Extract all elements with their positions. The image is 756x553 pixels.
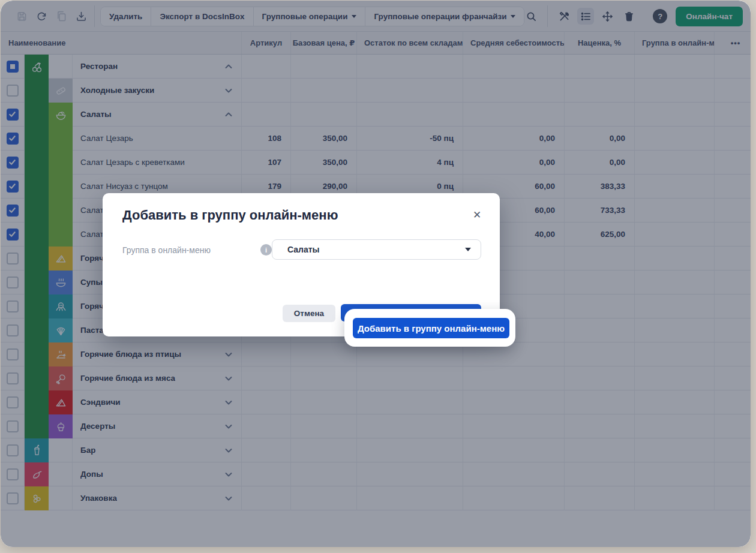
cancel-button[interactable]: Отмена: [283, 305, 335, 322]
spotlight-submit-button[interactable]: Добавить в группу онлайн-меню: [353, 318, 509, 338]
select-value: Салаты: [287, 245, 465, 254]
group-field-label: Группа в онлайн-меню: [122, 245, 211, 255]
app-window: УдалитьЭкспорт в DocsInBoxГрупповые опер…: [1, 1, 751, 547]
dialog-title: Добавить в группу онлайн-меню: [122, 208, 338, 223]
close-icon[interactable]: ✕: [471, 209, 483, 221]
chevron-down-icon: [465, 248, 471, 251]
online-menu-group-select[interactable]: Салаты: [272, 239, 481, 260]
info-icon[interactable]: i: [260, 244, 272, 256]
